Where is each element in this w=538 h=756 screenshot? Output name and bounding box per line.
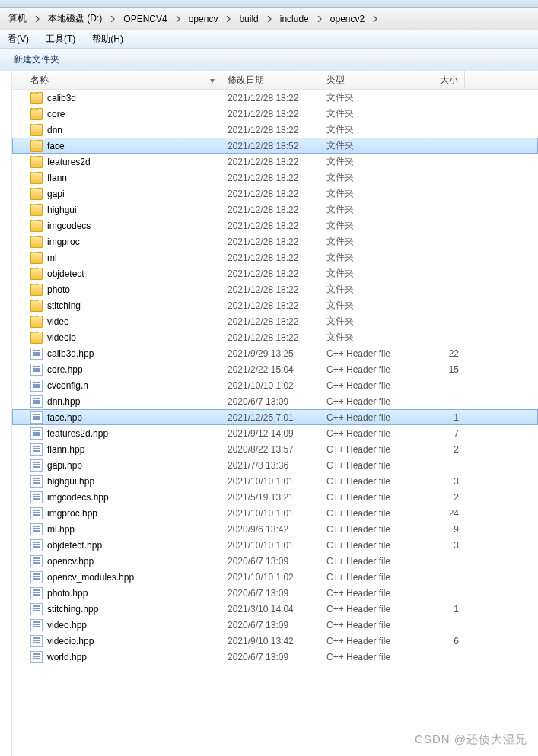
file-date: 2021/12/28 18:22 xyxy=(221,125,320,135)
table-row[interactable]: photo.hpp2020/6/7 13:09C++ Header file xyxy=(12,585,538,601)
table-row[interactable]: imgproc2021/12/28 18:22文件夹 xyxy=(12,233,538,249)
chevron-right-icon[interactable] xyxy=(107,10,118,28)
table-row[interactable]: calib3d.hpp2021/9/29 13:25C++ Header fil… xyxy=(12,345,538,361)
file-type: C++ Header file xyxy=(320,348,419,359)
table-row[interactable]: face2021/12/28 18:52文件夹 xyxy=(12,138,538,154)
column-name[interactable]: 名称 ▾ xyxy=(12,71,221,89)
table-row[interactable]: stitching.hpp2021/3/10 14:04C++ Header f… xyxy=(12,601,538,617)
file-name: stitching xyxy=(47,300,81,311)
file-type: C++ Header file xyxy=(320,636,419,646)
column-name-label: 名称 xyxy=(30,74,49,87)
file-name: flann xyxy=(47,173,67,183)
file-icon xyxy=(30,348,43,360)
column-size[interactable]: 大小 xyxy=(419,71,465,89)
file-date: 2021/7/8 13:36 xyxy=(221,460,320,471)
menu-tools[interactable]: 工具(T) xyxy=(43,31,78,47)
table-row[interactable]: dnn2021/12/28 18:22文件夹 xyxy=(12,122,538,138)
table-row[interactable]: ml2021/12/28 18:22文件夹 xyxy=(12,249,538,265)
window-titlebar xyxy=(0,0,538,8)
chevron-right-icon[interactable] xyxy=(264,10,275,28)
chevron-right-icon[interactable] xyxy=(370,10,380,28)
table-row[interactable]: flann.hpp2020/8/22 13:57C++ Header file2 xyxy=(12,441,538,457)
column-date[interactable]: 修改日期 xyxy=(221,71,320,89)
file-type: 文件夹 xyxy=(320,267,419,280)
nav-sidebar[interactable] xyxy=(0,71,12,756)
file-name: opencv_modules.hpp xyxy=(47,572,134,583)
table-row[interactable]: video2021/12/28 18:22文件夹 xyxy=(12,313,538,329)
file-date: 2021/10/10 1:02 xyxy=(221,572,320,583)
breadcrumb-segment[interactable]: OPENCV4 xyxy=(118,10,172,28)
file-icon xyxy=(30,555,43,567)
folder-icon xyxy=(30,204,43,216)
file-name: highgui.hpp xyxy=(47,476,94,487)
file-rows: calib3d2021/12/28 18:22文件夹core2021/12/28… xyxy=(12,90,538,665)
file-icon xyxy=(30,523,43,535)
table-row[interactable]: calib3d2021/12/28 18:22文件夹 xyxy=(12,90,538,106)
table-row[interactable]: objdetect2021/12/28 18:22文件夹 xyxy=(12,265,538,281)
table-row[interactable]: core.hpp2021/2/22 15:04C++ Header file15 xyxy=(12,361,538,377)
breadcrumb-segment[interactable]: 本地磁盘 (D:) xyxy=(43,10,107,28)
file-date: 2021/12/25 7:01 xyxy=(221,412,320,423)
table-row[interactable]: imgcodecs.hpp2021/5/19 13:21C++ Header f… xyxy=(12,489,538,505)
table-row[interactable]: world.hpp2020/6/7 13:09C++ Header file xyxy=(12,649,538,665)
breadcrumb-segment[interactable]: include xyxy=(275,10,314,28)
folder-icon xyxy=(30,124,43,136)
table-row[interactable]: ml.hpp2020/9/6 13:42C++ Header file9 xyxy=(12,521,538,537)
table-row[interactable]: gapi2021/12/28 18:22文件夹 xyxy=(12,186,538,202)
table-row[interactable]: core2021/12/28 18:22文件夹 xyxy=(12,106,538,122)
table-row[interactable]: features2d.hpp2021/9/12 14:09C++ Header … xyxy=(12,425,538,441)
file-type: C++ Header file xyxy=(320,508,419,519)
breadcrumb-segment[interactable]: opencv2 xyxy=(325,10,370,28)
new-folder-button[interactable]: 新建文件夹 xyxy=(9,52,64,68)
table-row[interactable]: stitching2021/12/28 18:22文件夹 xyxy=(12,297,538,313)
file-date: 2021/9/10 13:42 xyxy=(221,636,320,646)
table-row[interactable]: face.hpp2021/12/25 7:01C++ Header file1 xyxy=(12,409,538,425)
table-row[interactable]: flann2021/12/28 18:22文件夹 xyxy=(12,170,538,186)
file-name: ml xyxy=(47,253,57,263)
chevron-right-icon[interactable] xyxy=(32,10,43,28)
table-row[interactable]: imgproc.hpp2021/10/10 1:01C++ Header fil… xyxy=(12,505,538,521)
file-list-area: 名称 ▾ 修改日期 类型 大小 calib3d2021/12/28 18:22文… xyxy=(12,71,538,756)
table-row[interactable]: photo2021/12/28 18:22文件夹 xyxy=(12,281,538,297)
table-row[interactable]: features2d2021/12/28 18:22文件夹 xyxy=(12,154,538,170)
chevron-right-icon[interactable] xyxy=(314,10,325,28)
breadcrumb-segment[interactable]: 算机 xyxy=(3,10,32,28)
file-size: 6 xyxy=(419,636,465,646)
table-row[interactable]: cvconfig.h2021/10/10 1:02C++ Header file xyxy=(12,377,538,393)
file-type: C++ Header file xyxy=(320,380,419,391)
table-row[interactable]: videoio2021/12/28 18:22文件夹 xyxy=(12,329,538,345)
table-row[interactable]: gapi.hpp2021/7/8 13:36C++ Header file xyxy=(12,457,538,473)
file-name: stitching.hpp xyxy=(47,604,98,615)
file-type: C++ Header file xyxy=(320,428,419,439)
menu-help[interactable]: 帮助(H) xyxy=(89,31,126,47)
file-date: 2021/9/12 14:09 xyxy=(221,428,320,439)
menu-view[interactable]: 看(V) xyxy=(5,31,32,47)
file-date: 2021/12/28 18:22 xyxy=(221,316,320,327)
folder-icon xyxy=(30,140,43,152)
folder-icon xyxy=(30,156,43,168)
file-size: 1 xyxy=(419,604,465,615)
breadcrumb-segment[interactable]: build xyxy=(234,10,263,28)
breadcrumb-segment[interactable]: opencv xyxy=(183,10,224,28)
table-row[interactable]: opencv.hpp2020/6/7 13:09C++ Header file xyxy=(12,553,538,569)
table-row[interactable]: dnn.hpp2020/6/7 13:09C++ Header file xyxy=(12,393,538,409)
file-name: gapi.hpp xyxy=(47,460,82,471)
file-type: C++ Header file xyxy=(320,364,419,375)
file-type: C++ Header file xyxy=(320,460,419,471)
column-type[interactable]: 类型 xyxy=(320,71,419,89)
chevron-right-icon[interactable] xyxy=(173,10,183,28)
folder-icon xyxy=(30,188,43,200)
table-row[interactable]: highgui2021/12/28 18:22文件夹 xyxy=(12,202,538,218)
sort-indicator-icon: ▾ xyxy=(210,75,215,86)
file-type: C++ Header file xyxy=(320,476,419,487)
folder-icon xyxy=(30,236,43,248)
table-row[interactable]: highgui.hpp2021/10/10 1:01C++ Header fil… xyxy=(12,473,538,489)
table-row[interactable]: opencv_modules.hpp2021/10/10 1:02C++ Hea… xyxy=(12,569,538,585)
file-type: C++ Header file xyxy=(320,540,419,551)
chevron-right-icon[interactable] xyxy=(223,10,234,28)
table-row[interactable]: videoio.hpp2021/9/10 13:42C++ Header fil… xyxy=(12,633,538,649)
table-row[interactable]: imgcodecs2021/12/28 18:22文件夹 xyxy=(12,218,538,233)
table-row[interactable]: objdetect.hpp2021/10/10 1:01C++ Header f… xyxy=(12,537,538,553)
table-row[interactable]: video.hpp2020/6/7 13:09C++ Header file xyxy=(12,617,538,633)
watermark: CSDN @还债大湿兄 xyxy=(415,732,527,747)
